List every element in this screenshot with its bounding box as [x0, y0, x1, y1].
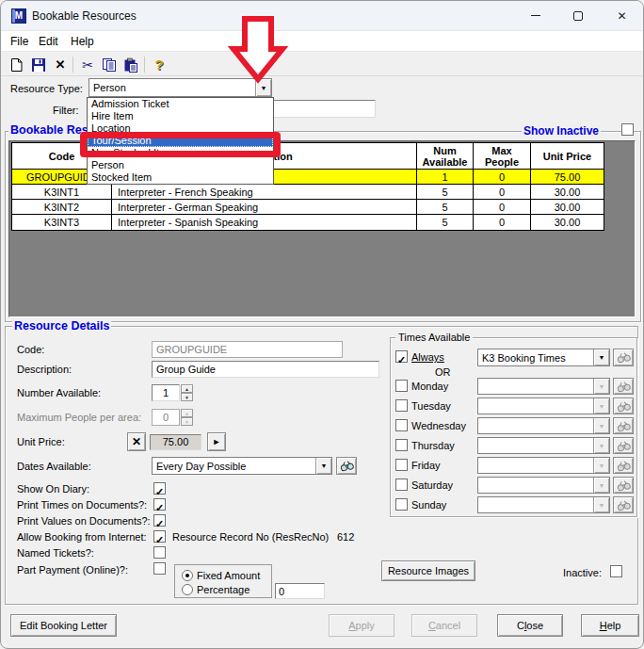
save-icon: [31, 57, 46, 73]
list-item-admission-ticket[interactable]: Admission Ticket: [88, 98, 273, 110]
friday-times-dropdown: [477, 457, 610, 474]
menu-file[interactable]: File: [7, 34, 32, 49]
table-row[interactable]: K3INT3 Interpreter - Spanish Speaking 5 …: [12, 215, 604, 230]
menu-edit[interactable]: Edit: [35, 34, 62, 49]
description-field[interactable]: Group Guide: [152, 361, 379, 378]
code-field: GROUPGUIDE: [152, 341, 343, 358]
allow-booking-checkbox[interactable]: [153, 530, 166, 543]
paste-icon: [123, 57, 138, 73]
percentage-input[interactable]: 0: [275, 583, 325, 599]
part-payment-checkbox[interactable]: [153, 562, 166, 575]
spin-up-icon[interactable]: [181, 384, 193, 393]
chevron-down-icon[interactable]: [315, 458, 331, 474]
chevron-down-icon: [593, 418, 609, 433]
dates-available-dropdown[interactable]: Every Day Possible: [152, 457, 332, 475]
toolbar: ✕ ✂ ?: [1, 51, 643, 76]
cell-num-available: 1: [417, 170, 474, 184]
inactive-checkbox[interactable]: [610, 565, 622, 577]
close-button[interactable]: ✕: [601, 1, 643, 30]
maximize-button[interactable]: [556, 1, 599, 30]
tuesday-find-button[interactable]: [613, 398, 634, 414]
monday-find-button[interactable]: [613, 378, 634, 395]
cell-max-people: 0: [474, 170, 531, 184]
friday-find-button[interactable]: [613, 457, 634, 474]
unit-price-field[interactable]: 75.00: [150, 434, 201, 450]
print-times-label: Print Times on Documents?:: [17, 499, 147, 511]
clear-unit-price-button[interactable]: [127, 432, 146, 451]
column-header-unit-price[interactable]: Unit Price: [531, 143, 604, 169]
chevron-down-icon: [593, 398, 609, 414]
spin-down-icon[interactable]: [181, 393, 193, 401]
help-button-bottom[interactable]: Help: [581, 614, 639, 637]
always-times-dropdown[interactable]: K3 Booking Times: [477, 349, 610, 366]
thursday-find-button[interactable]: [613, 437, 634, 454]
title-bar: M Bookable Resources ✕: [1, 1, 643, 31]
unit-price-expand-button[interactable]: [207, 432, 226, 451]
percentage-label: Percentage: [197, 584, 250, 595]
named-tickets-label: Named Tickets?:: [17, 547, 94, 559]
table-row[interactable]: K3INT2 Interpreter - German Speaking 5 0…: [12, 200, 604, 215]
inactive-label: Inactive:: [563, 567, 602, 578]
column-header-max-people[interactable]: Max People: [474, 143, 531, 169]
apply-button: Apply: [329, 614, 394, 637]
cell-num-available: 5: [417, 215, 474, 230]
menu-bar: File Edit Help: [1, 31, 643, 51]
max-people-stepper: [181, 409, 193, 426]
tuesday-checkbox[interactable]: [395, 399, 408, 412]
thursday-checkbox[interactable]: [395, 439, 408, 451]
saturday-checkbox[interactable]: [395, 479, 408, 491]
wednesday-checkbox[interactable]: [395, 419, 408, 431]
edit-booking-letter-button[interactable]: Edit Booking Letter: [10, 614, 117, 637]
list-item-person[interactable]: Person: [88, 159, 273, 171]
copy-button[interactable]: [99, 55, 120, 74]
column-header-num-available[interactable]: Num Available: [417, 143, 474, 169]
named-tickets-checkbox[interactable]: [153, 546, 166, 559]
thursday-times-dropdown: [477, 437, 610, 454]
list-item-hire-item[interactable]: Hire Item: [88, 110, 273, 122]
monday-checkbox[interactable]: [395, 380, 408, 392]
filter-label: Filter:: [53, 105, 79, 116]
cut-button[interactable]: ✂: [77, 55, 98, 74]
resource-type-dropdown[interactable]: Person: [89, 78, 272, 97]
menu-help[interactable]: Help: [67, 34, 98, 49]
cell-unit-price: 30.00: [531, 215, 604, 230]
chevron-down-icon[interactable]: [593, 349, 609, 365]
show-on-diary-checkbox[interactable]: [153, 482, 166, 495]
percentage-radio[interactable]: [182, 584, 193, 595]
show-inactive-checkbox[interactable]: [621, 123, 634, 136]
delete-button[interactable]: ✕: [50, 55, 71, 74]
paste-button[interactable]: [121, 55, 141, 74]
wednesday-find-button[interactable]: [613, 417, 634, 434]
delete-icon: ✕: [56, 57, 66, 72]
cell-max-people: 0: [474, 185, 531, 199]
description-label: Description:: [17, 364, 72, 375]
list-item-stocked-item[interactable]: Stocked Item: [88, 171, 273, 184]
help-button-toolbar[interactable]: ?: [149, 55, 169, 74]
minimize-button[interactable]: [514, 1, 556, 30]
friday-checkbox[interactable]: [395, 459, 408, 471]
sunday-label: Sunday: [411, 499, 446, 511]
new-document-button[interactable]: [7, 55, 27, 74]
bookable-resources-window: { "colors": { "accent_blue": "#0000E0", …: [0, 0, 644, 649]
sunday-checkbox[interactable]: [395, 498, 408, 511]
cell-code: K3INT2: [12, 200, 112, 214]
saturday-find-button[interactable]: [613, 477, 634, 494]
chevron-down-icon[interactable]: [255, 79, 271, 96]
table-row[interactable]: K3INT1 Interpreter - French Speaking 5 0…: [12, 185, 604, 200]
dates-available-find-button[interactable]: [336, 457, 357, 475]
number-available-stepper[interactable]: [181, 384, 193, 401]
always-find-button[interactable]: [613, 349, 634, 366]
wednesday-times-dropdown: [477, 417, 610, 434]
sunday-find-button[interactable]: [613, 496, 634, 513]
print-values-checkbox[interactable]: [153, 514, 166, 527]
toolbar-separator: [144, 57, 145, 73]
print-times-checkbox[interactable]: [153, 498, 166, 511]
always-checkbox[interactable]: [395, 350, 408, 363]
number-available-field[interactable]: 1: [152, 384, 180, 401]
resource-images-button[interactable]: Resource Images: [381, 560, 475, 581]
fixed-amount-radio[interactable]: [182, 570, 193, 581]
save-button[interactable]: [28, 55, 49, 74]
always-times-value: K3 Booking Times: [482, 352, 566, 364]
binoculars-icon: [616, 479, 632, 492]
close-button-bottom[interactable]: Close: [497, 614, 563, 637]
